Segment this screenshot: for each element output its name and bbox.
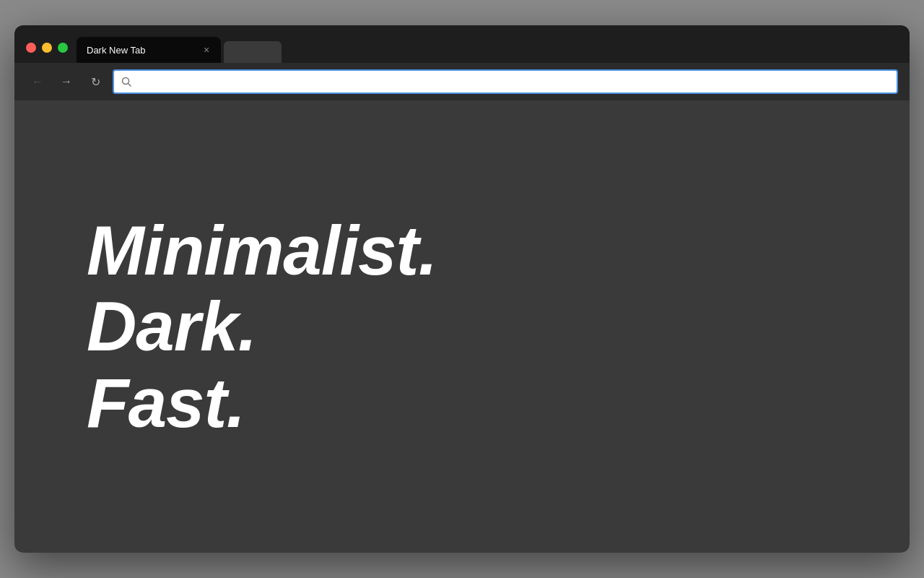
tab-area-right (221, 41, 910, 63)
new-tab-space (224, 41, 282, 63)
address-input[interactable] (137, 76, 889, 87)
hero-text: Minimalist. Dark. Fast. (87, 212, 437, 441)
svg-line-1 (128, 84, 131, 87)
search-icon (121, 77, 131, 87)
toolbar: ← → ↻ (14, 63, 910, 100)
tab-title: Dark New Tab (87, 45, 195, 56)
reload-icon: ↻ (91, 75, 100, 89)
back-button[interactable]: ← (26, 70, 49, 93)
title-bar: Dark New Tab × (14, 25, 910, 63)
back-arrow-icon: ← (32, 75, 43, 88)
headline-line-1: Minimalist. (87, 212, 437, 289)
page-content: Minimalist. Dark. Fast. (14, 100, 910, 553)
close-button[interactable] (26, 43, 36, 53)
traffic-lights (26, 43, 68, 53)
minimize-button[interactable] (42, 43, 52, 53)
reload-button[interactable]: ↻ (84, 70, 107, 93)
tab-close-button[interactable]: × (201, 44, 212, 56)
forward-button[interactable]: → (55, 70, 78, 93)
headline-line-3: Fast. (87, 365, 437, 441)
address-bar[interactable] (113, 69, 898, 94)
maximize-button[interactable] (58, 43, 68, 53)
forward-arrow-icon: → (61, 75, 72, 88)
active-tab[interactable]: Dark New Tab × (77, 37, 221, 63)
headline-line-2: Dark. (87, 288, 437, 365)
browser-window: Dark New Tab × ← → ↻ M (14, 25, 910, 553)
